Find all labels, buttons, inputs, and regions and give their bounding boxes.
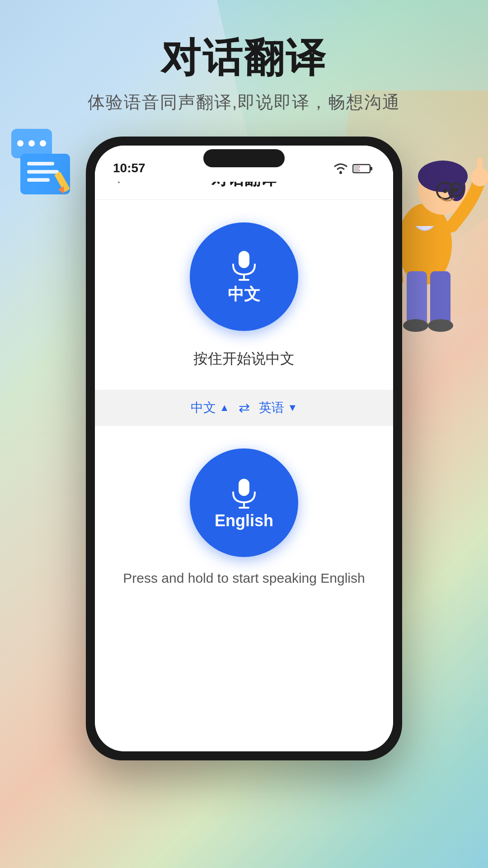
phone-screen: 10:57 (95, 146, 393, 751)
svg-rect-27 (370, 167, 372, 170)
english-mic-button[interactable]: English (190, 448, 298, 557)
app-content: 10:57 (95, 146, 393, 751)
left-lang-arrow: ▲ (220, 402, 230, 414)
status-icons (333, 162, 375, 175)
svg-rect-22 (430, 271, 450, 326)
svg-rect-5 (27, 162, 54, 165)
status-time: 10:57 (113, 161, 145, 175)
svg-rect-34 (239, 479, 249, 496)
left-lang-label: 中文 (191, 399, 216, 416)
notch (203, 149, 285, 167)
chinese-mic-button[interactable]: 中文 (190, 222, 298, 331)
switch-languages-button[interactable]: ⇄ (239, 400, 250, 415)
sub-title: 体验语音同声翻译,即说即译，畅想沟通 (0, 91, 488, 114)
svg-point-24 (428, 319, 453, 332)
left-language-selector[interactable]: 中文 ▲ (191, 399, 230, 416)
phone-mockup: 10:57 (86, 137, 402, 760)
svg-rect-7 (27, 178, 50, 182)
svg-point-2 (28, 140, 35, 146)
deco-list-icon-container (9, 127, 81, 201)
top-section: 对话翻译 体验语音同声翻译,即说即译，畅想沟通 (0, 0, 488, 123)
wifi-icon (333, 162, 349, 175)
battery-icon (352, 162, 375, 175)
english-lang-label: English (215, 511, 273, 530)
svg-rect-31 (239, 251, 249, 268)
mic-icon-english (226, 475, 262, 511)
upper-translation-panel: 中文 按住开始说中文 (95, 200, 393, 390)
english-instruction: Press and hold to start speaking English (123, 571, 365, 586)
chinese-lang-label: 中文 (228, 283, 260, 306)
language-switcher-bar: 中文 ▲ ⇄ 英语 ▼ (95, 390, 393, 426)
list-document-icon (9, 127, 81, 199)
svg-rect-21 (407, 271, 427, 326)
right-lang-label: 英语 (259, 399, 284, 416)
lower-translation-panel: English Press and hold to start speaking… (95, 426, 393, 599)
main-title: 对话翻译 (0, 36, 488, 80)
svg-point-18 (454, 188, 459, 192)
mic-icon-chinese (226, 247, 262, 283)
svg-point-1 (17, 140, 23, 146)
svg-point-17 (443, 189, 447, 193)
svg-rect-6 (27, 170, 59, 174)
svg-point-25 (339, 171, 342, 174)
status-bar: 10:57 (95, 146, 393, 182)
svg-rect-30 (354, 165, 359, 172)
svg-point-23 (403, 319, 428, 332)
right-lang-arrow: ▼ (288, 402, 298, 414)
page-content: 对话翻译 体验语音同声翻译,即说即译，畅想沟通 (0, 0, 488, 868)
phone-frame: 10:57 (86, 137, 402, 760)
chinese-instruction: 按住开始说中文 (193, 349, 295, 369)
right-language-selector[interactable]: 英语 ▼ (259, 399, 298, 416)
svg-point-3 (40, 140, 46, 146)
